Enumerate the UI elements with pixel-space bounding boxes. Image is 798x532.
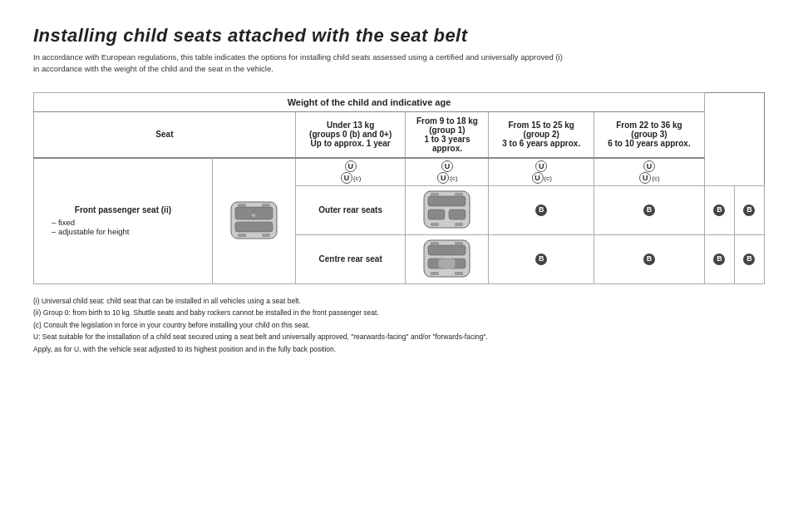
data-cell-0-2: UU(c) <box>489 158 594 186</box>
svg-rect-18 <box>428 245 466 255</box>
data-cell-2-1: B <box>594 234 704 283</box>
data-cell-2-2: B <box>704 234 734 283</box>
footnote-item: (c) Consult the legislation in force in … <box>33 320 765 332</box>
svg-rect-21 <box>438 259 456 268</box>
svg-rect-13 <box>431 223 439 226</box>
col-header-2: From 9 to 18 kg (group 1) 1 to 3 years a… <box>406 111 489 158</box>
svg-rect-2 <box>235 222 273 232</box>
svg-rect-25 <box>455 242 463 245</box>
svg-rect-15 <box>431 193 439 196</box>
car-image <box>212 158 295 284</box>
col-header-3: From 15 to 25 kg (group 2) 3 to 6 years … <box>489 111 594 158</box>
data-cell-0-3: UU(c) <box>594 158 704 186</box>
col-header-4: From 22 to 36 kg (group 3) 6 to 10 years… <box>594 111 704 158</box>
data-cell-2-3: B <box>734 234 764 283</box>
svg-rect-12 <box>449 209 466 219</box>
table-header-top: Weight of the child and indicative age <box>34 92 705 111</box>
svg-rect-23 <box>455 272 463 275</box>
footnote-item: U: Seat suitable for the installation of… <box>33 332 765 343</box>
data-cell-0-0: UU(c) <box>295 158 406 186</box>
subtitle: In accordance with European regulations,… <box>33 52 765 76</box>
seat-section-label: Outer rear seats <box>295 185 406 234</box>
svg-rect-10 <box>428 196 466 206</box>
col-header-seat: Seat <box>34 111 296 158</box>
svg-rect-24 <box>431 242 439 245</box>
svg-rect-5 <box>238 204 246 207</box>
page-title: Installing child seats attached with the… <box>33 25 765 47</box>
data-cell-0-1: UU(c) <box>406 158 489 186</box>
svg-rect-16 <box>455 193 463 196</box>
seat-section-label: Centre rear seat <box>295 234 406 283</box>
svg-rect-6 <box>262 204 270 207</box>
footnote-item: Apply, as for U, with the vehicle seat a… <box>33 344 765 356</box>
data-cell-1-1: B <box>594 185 704 234</box>
svg-point-8 <box>251 213 256 218</box>
car-image <box>406 234 489 283</box>
data-cell-1-2: B <box>704 185 734 234</box>
footnote-item: (i) Universal child seat: child seat tha… <box>33 296 765 308</box>
col-header-1: Under 13 kg (groups 0 (b) and 0+) Up to … <box>295 111 406 158</box>
data-cell-2-0: B <box>489 234 594 283</box>
table-row: Front passenger seat (ii) – fixed – adju… <box>34 158 765 186</box>
svg-rect-14 <box>455 223 463 226</box>
data-cell-1-0: B <box>489 185 594 234</box>
svg-rect-3 <box>238 234 246 237</box>
seat-section-label: Front passenger seat (ii) – fixed – adju… <box>34 158 213 284</box>
car-image <box>406 185 489 234</box>
child-seats-table: Weight of the child and indicative age S… <box>33 92 765 284</box>
svg-rect-11 <box>428 209 445 219</box>
data-cell-1-3: B <box>734 185 764 234</box>
svg-rect-22 <box>431 272 439 275</box>
footnotes-section: (i) Universal child seat: child seat tha… <box>33 296 765 356</box>
footnote-item: (ii) Group 0: from birth to 10 kg. Shutt… <box>33 308 765 319</box>
svg-rect-4 <box>262 234 270 237</box>
